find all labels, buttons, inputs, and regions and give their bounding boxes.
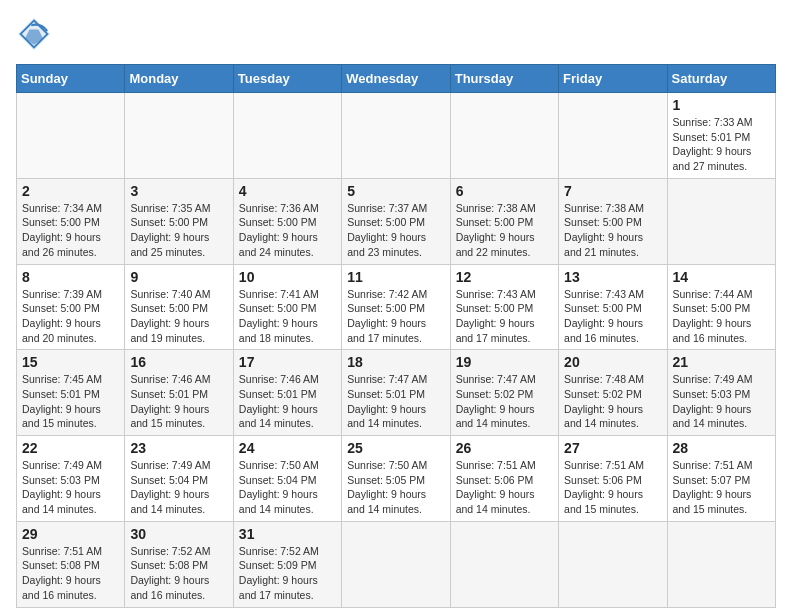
- day-header-sunday: Sunday: [17, 65, 125, 93]
- day-number: 5: [347, 183, 444, 199]
- day-number: 13: [564, 269, 661, 285]
- calendar-cell: [233, 93, 341, 179]
- calendar-cell: 7 Sunrise: 7:38 AMSunset: 5:00 PMDayligh…: [559, 178, 667, 264]
- day-number: 3: [130, 183, 227, 199]
- day-info: Sunrise: 7:43 AMSunset: 5:00 PMDaylight:…: [456, 288, 536, 344]
- calendar-cell: 12 Sunrise: 7:43 AMSunset: 5:00 PMDaylig…: [450, 264, 558, 350]
- day-number: 14: [673, 269, 770, 285]
- calendar-cell: 26 Sunrise: 7:51 AMSunset: 5:06 PMDaylig…: [450, 436, 558, 522]
- day-info: Sunrise: 7:49 AMSunset: 5:03 PMDaylight:…: [673, 373, 753, 429]
- calendar-cell: [342, 93, 450, 179]
- calendar-cell: 11 Sunrise: 7:42 AMSunset: 5:00 PMDaylig…: [342, 264, 450, 350]
- calendar-cell: 24 Sunrise: 7:50 AMSunset: 5:04 PMDaylig…: [233, 436, 341, 522]
- calendar-cell: 8 Sunrise: 7:39 AMSunset: 5:00 PMDayligh…: [17, 264, 125, 350]
- calendar-cell: 13 Sunrise: 7:43 AMSunset: 5:00 PMDaylig…: [559, 264, 667, 350]
- calendar-cell: [450, 521, 558, 607]
- day-header-wednesday: Wednesday: [342, 65, 450, 93]
- day-number: 18: [347, 354, 444, 370]
- calendar-cell: 30 Sunrise: 7:52 AMSunset: 5:08 PMDaylig…: [125, 521, 233, 607]
- calendar-cell: [667, 521, 775, 607]
- calendar-cell: 20 Sunrise: 7:48 AMSunset: 5:02 PMDaylig…: [559, 350, 667, 436]
- calendar-table: SundayMondayTuesdayWednesdayThursdayFrid…: [16, 64, 776, 608]
- day-info: Sunrise: 7:50 AMSunset: 5:05 PMDaylight:…: [347, 459, 427, 515]
- calendar-cell: [17, 93, 125, 179]
- day-number: 29: [22, 526, 119, 542]
- calendar-cell: 17 Sunrise: 7:46 AMSunset: 5:01 PMDaylig…: [233, 350, 341, 436]
- logo-icon: [16, 16, 52, 52]
- day-number: 20: [564, 354, 661, 370]
- calendar-cell: 23 Sunrise: 7:49 AMSunset: 5:04 PMDaylig…: [125, 436, 233, 522]
- day-number: 12: [456, 269, 553, 285]
- calendar-cell: 28 Sunrise: 7:51 AMSunset: 5:07 PMDaylig…: [667, 436, 775, 522]
- day-info: Sunrise: 7:48 AMSunset: 5:02 PMDaylight:…: [564, 373, 644, 429]
- day-info: Sunrise: 7:47 AMSunset: 5:02 PMDaylight:…: [456, 373, 536, 429]
- day-info: Sunrise: 7:49 AMSunset: 5:04 PMDaylight:…: [130, 459, 210, 515]
- day-info: Sunrise: 7:35 AMSunset: 5:00 PMDaylight:…: [130, 202, 210, 258]
- day-number: 24: [239, 440, 336, 456]
- calendar-cell: 25 Sunrise: 7:50 AMSunset: 5:05 PMDaylig…: [342, 436, 450, 522]
- day-info: Sunrise: 7:47 AMSunset: 5:01 PMDaylight:…: [347, 373, 427, 429]
- day-header-tuesday: Tuesday: [233, 65, 341, 93]
- calendar-cell: 29 Sunrise: 7:51 AMSunset: 5:08 PMDaylig…: [17, 521, 125, 607]
- day-number: 4: [239, 183, 336, 199]
- calendar-cell: 19 Sunrise: 7:47 AMSunset: 5:02 PMDaylig…: [450, 350, 558, 436]
- calendar-cell: [342, 521, 450, 607]
- calendar-cell: 4 Sunrise: 7:36 AMSunset: 5:00 PMDayligh…: [233, 178, 341, 264]
- day-number: 9: [130, 269, 227, 285]
- day-number: 16: [130, 354, 227, 370]
- calendar-cell: 22 Sunrise: 7:49 AMSunset: 5:03 PMDaylig…: [17, 436, 125, 522]
- day-info: Sunrise: 7:52 AMSunset: 5:09 PMDaylight:…: [239, 545, 319, 601]
- day-info: Sunrise: 7:39 AMSunset: 5:00 PMDaylight:…: [22, 288, 102, 344]
- day-info: Sunrise: 7:50 AMSunset: 5:04 PMDaylight:…: [239, 459, 319, 515]
- day-info: Sunrise: 7:38 AMSunset: 5:00 PMDaylight:…: [564, 202, 644, 258]
- calendar-week-row: 29 Sunrise: 7:51 AMSunset: 5:08 PMDaylig…: [17, 521, 776, 607]
- calendar-cell: 16 Sunrise: 7:46 AMSunset: 5:01 PMDaylig…: [125, 350, 233, 436]
- day-info: Sunrise: 7:37 AMSunset: 5:00 PMDaylight:…: [347, 202, 427, 258]
- calendar-cell: 27 Sunrise: 7:51 AMSunset: 5:06 PMDaylig…: [559, 436, 667, 522]
- calendar-cell: 9 Sunrise: 7:40 AMSunset: 5:00 PMDayligh…: [125, 264, 233, 350]
- day-info: Sunrise: 7:52 AMSunset: 5:08 PMDaylight:…: [130, 545, 210, 601]
- calendar-cell: 10 Sunrise: 7:41 AMSunset: 5:00 PMDaylig…: [233, 264, 341, 350]
- day-number: 28: [673, 440, 770, 456]
- calendar-week-row: 22 Sunrise: 7:49 AMSunset: 5:03 PMDaylig…: [17, 436, 776, 522]
- calendar-cell: 14 Sunrise: 7:44 AMSunset: 5:00 PMDaylig…: [667, 264, 775, 350]
- calendar-week-row: 1 Sunrise: 7:33 AMSunset: 5:01 PMDayligh…: [17, 93, 776, 179]
- day-header-friday: Friday: [559, 65, 667, 93]
- day-number: 19: [456, 354, 553, 370]
- day-number: 6: [456, 183, 553, 199]
- day-info: Sunrise: 7:43 AMSunset: 5:00 PMDaylight:…: [564, 288, 644, 344]
- day-info: Sunrise: 7:51 AMSunset: 5:07 PMDaylight:…: [673, 459, 753, 515]
- day-info: Sunrise: 7:36 AMSunset: 5:00 PMDaylight:…: [239, 202, 319, 258]
- day-number: 30: [130, 526, 227, 542]
- calendar-cell: [559, 521, 667, 607]
- calendar-week-row: 8 Sunrise: 7:39 AMSunset: 5:00 PMDayligh…: [17, 264, 776, 350]
- day-number: 21: [673, 354, 770, 370]
- day-info: Sunrise: 7:40 AMSunset: 5:00 PMDaylight:…: [130, 288, 210, 344]
- day-number: 11: [347, 269, 444, 285]
- calendar-cell: [667, 178, 775, 264]
- day-number: 17: [239, 354, 336, 370]
- day-info: Sunrise: 7:34 AMSunset: 5:00 PMDaylight:…: [22, 202, 102, 258]
- calendar-cell: 6 Sunrise: 7:38 AMSunset: 5:00 PMDayligh…: [450, 178, 558, 264]
- logo: [16, 16, 58, 52]
- day-number: 15: [22, 354, 119, 370]
- day-info: Sunrise: 7:46 AMSunset: 5:01 PMDaylight:…: [130, 373, 210, 429]
- calendar-cell: [559, 93, 667, 179]
- day-info: Sunrise: 7:46 AMSunset: 5:01 PMDaylight:…: [239, 373, 319, 429]
- day-number: 23: [130, 440, 227, 456]
- page-header: [16, 16, 776, 52]
- calendar-cell: [450, 93, 558, 179]
- calendar-cell: [125, 93, 233, 179]
- calendar-cell: 3 Sunrise: 7:35 AMSunset: 5:00 PMDayligh…: [125, 178, 233, 264]
- day-info: Sunrise: 7:38 AMSunset: 5:00 PMDaylight:…: [456, 202, 536, 258]
- calendar-cell: 1 Sunrise: 7:33 AMSunset: 5:01 PMDayligh…: [667, 93, 775, 179]
- day-header-monday: Monday: [125, 65, 233, 93]
- calendar-week-row: 15 Sunrise: 7:45 AMSunset: 5:01 PMDaylig…: [17, 350, 776, 436]
- day-info: Sunrise: 7:51 AMSunset: 5:06 PMDaylight:…: [456, 459, 536, 515]
- day-number: 22: [22, 440, 119, 456]
- day-number: 8: [22, 269, 119, 285]
- calendar-cell: 21 Sunrise: 7:49 AMSunset: 5:03 PMDaylig…: [667, 350, 775, 436]
- day-info: Sunrise: 7:51 AMSunset: 5:06 PMDaylight:…: [564, 459, 644, 515]
- day-info: Sunrise: 7:51 AMSunset: 5:08 PMDaylight:…: [22, 545, 102, 601]
- calendar-header-row: SundayMondayTuesdayWednesdayThursdayFrid…: [17, 65, 776, 93]
